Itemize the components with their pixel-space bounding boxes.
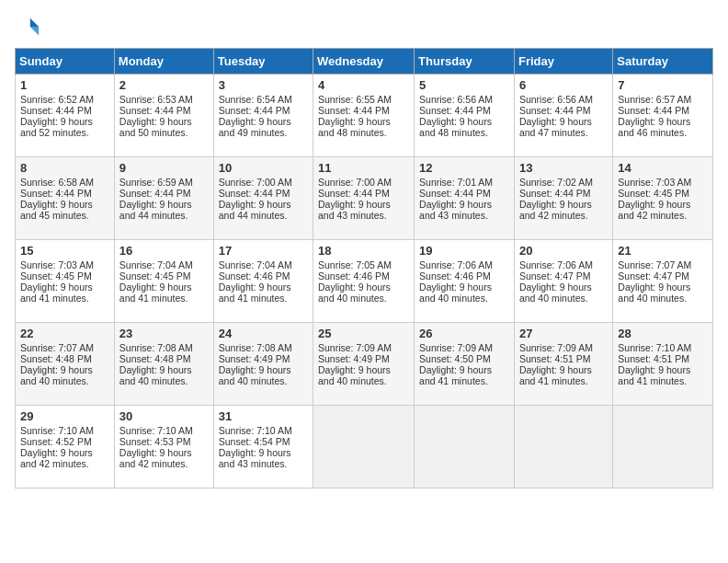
daylight: Daylight: 9 hours and 52 minutes.: [20, 116, 93, 138]
sunset: Sunset: 4:46 PM: [219, 270, 290, 282]
calendar-cell: [514, 406, 612, 488]
sunset: Sunset: 4:44 PM: [119, 188, 191, 199]
daylight: Daylight: 9 hours and 48 minutes.: [318, 116, 391, 138]
day-number: 7: [618, 78, 708, 92]
day-number: 17: [219, 244, 308, 258]
day-number: 14: [618, 161, 708, 175]
sunrise: Sunrise: 7:10 AM: [119, 425, 193, 436]
sunset: Sunset: 4:44 PM: [20, 105, 92, 116]
sunrise: Sunrise: 6:56 AM: [519, 94, 593, 105]
sunrise: Sunrise: 7:07 AM: [618, 259, 691, 270]
day-number: 8: [20, 161, 109, 175]
sunrise: Sunrise: 7:08 AM: [119, 342, 193, 353]
header-day-thursday: Thursday: [415, 49, 515, 75]
sunrise: Sunrise: 6:58 AM: [20, 177, 94, 188]
sunset: Sunset: 4:46 PM: [419, 270, 491, 282]
daylight: Daylight: 9 hours and 41 minutes.: [519, 364, 592, 386]
sunset: Sunset: 4:54 PM: [219, 436, 290, 447]
header-day-saturday: Saturday: [613, 49, 713, 75]
daylight: Daylight: 9 hours and 41 minutes.: [618, 364, 690, 386]
calendar-cell: 22Sunrise: 7:07 AMSunset: 4:48 PMDayligh…: [16, 323, 115, 406]
day-number: 30: [119, 409, 209, 423]
sunrise: Sunrise: 7:09 AM: [519, 342, 593, 353]
calendar-cell: 16Sunrise: 7:04 AMSunset: 4:45 PMDayligh…: [114, 240, 213, 323]
day-number: 2: [119, 78, 209, 92]
sunrise: Sunrise: 7:10 AM: [219, 425, 292, 436]
daylight: Daylight: 9 hours and 44 minutes.: [219, 199, 291, 221]
calendar-cell: 25Sunrise: 7:09 AMSunset: 4:49 PMDayligh…: [313, 323, 415, 406]
day-number: 9: [119, 161, 209, 175]
calendar-cell: 3Sunrise: 6:54 AMSunset: 4:44 PMDaylight…: [213, 75, 313, 157]
daylight: Daylight: 9 hours and 40 minutes.: [20, 364, 93, 386]
calendar-cell: 1Sunrise: 6:52 AMSunset: 4:44 PMDaylight…: [16, 75, 115, 157]
calendar-cell: 12Sunrise: 7:01 AMSunset: 4:44 PMDayligh…: [415, 157, 515, 240]
calendar-header-row: SundayMondayTuesdayWednesdayThursdayFrid…: [16, 49, 713, 75]
sunset: Sunset: 4:44 PM: [20, 188, 92, 199]
svg-marker-0: [30, 18, 39, 27]
day-number: 11: [318, 161, 409, 175]
logo-icon: [15, 15, 40, 40]
calendar-cell: 18Sunrise: 7:05 AMSunset: 4:46 PMDayligh…: [313, 240, 415, 323]
header-day-friday: Friday: [514, 49, 612, 75]
daylight: Daylight: 9 hours and 49 minutes.: [219, 116, 291, 138]
header-day-sunday: Sunday: [16, 49, 115, 75]
calendar-cell: 5Sunrise: 6:56 AMSunset: 4:44 PMDaylight…: [415, 75, 515, 157]
sunrise: Sunrise: 7:09 AM: [419, 342, 493, 353]
daylight: Daylight: 9 hours and 43 minutes.: [419, 199, 492, 221]
day-number: 5: [419, 78, 509, 92]
calendar-week-1: 1Sunrise: 6:52 AMSunset: 4:44 PMDaylight…: [16, 75, 713, 157]
sunset: Sunset: 4:44 PM: [318, 188, 390, 199]
day-number: 1: [20, 78, 109, 92]
daylight: Daylight: 9 hours and 40 minutes.: [419, 282, 492, 304]
daylight: Daylight: 9 hours and 42 minutes.: [20, 447, 93, 469]
sunrise: Sunrise: 7:08 AM: [219, 342, 292, 353]
calendar-cell: [313, 406, 415, 488]
sunrise: Sunrise: 6:54 AM: [219, 94, 292, 105]
daylight: Daylight: 9 hours and 41 minutes.: [20, 282, 93, 304]
calendar-cell: 24Sunrise: 7:08 AMSunset: 4:49 PMDayligh…: [213, 323, 313, 406]
sunset: Sunset: 4:51 PM: [519, 353, 591, 364]
daylight: Daylight: 9 hours and 42 minutes.: [519, 199, 592, 221]
sunset: Sunset: 4:48 PM: [119, 353, 191, 364]
calendar-cell: 26Sunrise: 7:09 AMSunset: 4:50 PMDayligh…: [415, 323, 515, 406]
sunrise: Sunrise: 6:56 AM: [419, 94, 493, 105]
daylight: Daylight: 9 hours and 45 minutes.: [20, 199, 93, 221]
sunset: Sunset: 4:50 PM: [419, 353, 491, 364]
day-number: 27: [519, 327, 608, 340]
sunrise: Sunrise: 6:59 AM: [119, 177, 193, 188]
day-number: 25: [318, 327, 409, 340]
header-day-tuesday: Tuesday: [213, 49, 313, 75]
calendar-cell: 7Sunrise: 6:57 AMSunset: 4:44 PMDaylight…: [613, 75, 713, 157]
calendar-cell: 23Sunrise: 7:08 AMSunset: 4:48 PMDayligh…: [114, 323, 213, 406]
sunrise: Sunrise: 7:01 AM: [419, 177, 493, 188]
calendar-cell: 21Sunrise: 7:07 AMSunset: 4:47 PMDayligh…: [613, 240, 713, 323]
day-number: 21: [618, 244, 708, 258]
sunrise: Sunrise: 7:10 AM: [20, 425, 94, 436]
calendar-cell: 14Sunrise: 7:03 AMSunset: 4:45 PMDayligh…: [613, 157, 713, 240]
daylight: Daylight: 9 hours and 50 minutes.: [119, 116, 192, 138]
day-number: 28: [618, 327, 708, 340]
daylight: Daylight: 9 hours and 42 minutes.: [119, 447, 192, 469]
daylight: Daylight: 9 hours and 42 minutes.: [618, 199, 690, 221]
day-number: 22: [20, 327, 109, 340]
header-day-wednesday: Wednesday: [313, 49, 415, 75]
calendar-cell: 4Sunrise: 6:55 AMSunset: 4:44 PMDaylight…: [313, 75, 415, 157]
calendar-cell: 20Sunrise: 7:06 AMSunset: 4:47 PMDayligh…: [514, 240, 612, 323]
day-number: 12: [419, 161, 509, 175]
calendar-cell: 8Sunrise: 6:58 AMSunset: 4:44 PMDaylight…: [16, 157, 115, 240]
page-header: [15, 15, 713, 40]
calendar-cell: 10Sunrise: 7:00 AMSunset: 4:44 PMDayligh…: [213, 157, 313, 240]
svg-marker-1: [30, 27, 39, 35]
calendar-week-3: 15Sunrise: 7:03 AMSunset: 4:45 PMDayligh…: [16, 240, 713, 323]
day-number: 31: [219, 409, 308, 423]
sunset: Sunset: 4:52 PM: [20, 436, 92, 447]
sunset: Sunset: 4:49 PM: [219, 353, 290, 364]
sunrise: Sunrise: 7:07 AM: [20, 342, 94, 353]
calendar-cell: 6Sunrise: 6:56 AMSunset: 4:44 PMDaylight…: [514, 75, 612, 157]
sunrise: Sunrise: 7:04 AM: [119, 259, 193, 270]
calendar-cell: 28Sunrise: 7:10 AMSunset: 4:51 PMDayligh…: [613, 323, 713, 406]
calendar-cell: [415, 406, 515, 488]
sunrise: Sunrise: 7:04 AM: [219, 259, 292, 270]
sunset: Sunset: 4:53 PM: [119, 436, 191, 447]
sunset: Sunset: 4:49 PM: [318, 353, 390, 364]
